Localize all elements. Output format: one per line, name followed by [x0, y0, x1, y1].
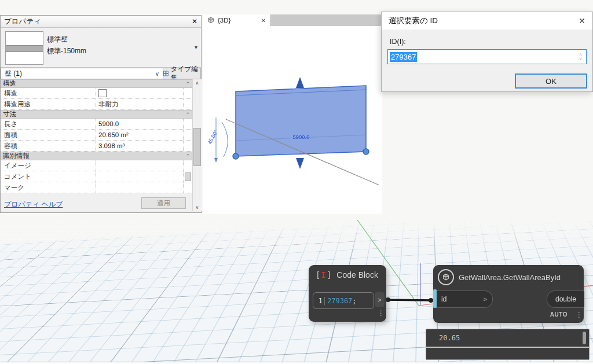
property-label: コメント — [1, 171, 96, 182]
spin-down-icon[interactable]: ˅ — [579, 57, 582, 61]
panel-scrollbar[interactable]: ∧ ∨ — [192, 79, 202, 211]
family-name: 標準壁 — [47, 34, 86, 45]
property-row: コメント — [1, 171, 192, 182]
selected-id-text: 279367 — [390, 52, 417, 62]
dialog-title-bar[interactable]: 選択要素の ID ✕ — [382, 12, 592, 30]
property-value[interactable]: 5900.0 — [96, 119, 183, 129]
associate-param-cell[interactable] — [183, 119, 192, 129]
section-title: 構造 — [3, 79, 16, 88]
view-3d-window: {3D} ✕ 5900.0 45.00° — [203, 14, 382, 214]
code-block-node[interactable]: [I] Code Block 1 279367 ; > ⋮ — [309, 265, 386, 322]
property-label: 容積 — [1, 141, 96, 151]
getwallarea-header[interactable]: GetWallArea.GetWallAreaById — [433, 265, 584, 288]
property-label: 面積 — [1, 130, 96, 140]
collapse-icon[interactable]: ⌃ — [185, 81, 190, 87]
property-value[interactable] — [96, 182, 183, 193]
scrollbar-thumb[interactable] — [193, 128, 201, 166]
code-block-header[interactable]: [I] Code Block — [309, 265, 386, 282]
section-header[interactable]: 識別情報⌃ — [1, 152, 192, 160]
flip-arrow-up[interactable] — [296, 77, 304, 88]
getwallarea-icon — [438, 269, 454, 285]
section-header[interactable]: 構造⌃ — [1, 79, 192, 88]
associate-param-button[interactable] — [185, 172, 191, 181]
associate-param-cell[interactable] — [183, 88, 192, 98]
combo-arrow-icon[interactable]: ▾ — [195, 44, 197, 50]
property-value[interactable] — [96, 171, 183, 182]
edit-type-button[interactable]: タイプ編集 — [163, 68, 201, 79]
close-icon[interactable]: ✕ — [192, 17, 197, 25]
kebab-menu-icon[interactable]: ⋮ — [378, 310, 385, 316]
property-row: マーク — [1, 182, 192, 193]
chevron-right-icon: > — [484, 296, 487, 303]
property-label: 長さ — [1, 119, 96, 129]
properties-help-link[interactable]: プロパティ ヘルプ — [4, 200, 63, 209]
kebab-menu-icon[interactable]: ⋮ — [576, 312, 583, 318]
apply-button[interactable]: 適用 — [141, 197, 186, 209]
scroll-up-icon[interactable]: ∧ — [193, 80, 202, 86]
close-icon[interactable]: ✕ — [261, 17, 266, 24]
checkbox[interactable] — [98, 89, 107, 97]
selected-wall[interactable] — [236, 86, 366, 156]
watch-scrollbar[interactable] — [583, 332, 586, 344]
property-value[interactable]: 3.098 m³ — [96, 141, 183, 151]
wall-type-thumbnail — [5, 31, 43, 65]
property-value[interactable]: 20.650 m² — [96, 130, 183, 140]
tab-label: {3D} — [218, 17, 230, 24]
chevron-right-icon: > — [378, 296, 381, 303]
dropdown-arrow-icon: ∨ — [155, 71, 159, 77]
collapse-icon[interactable]: ⌃ — [185, 112, 190, 117]
input-port-id[interactable]: id > — [433, 291, 493, 308]
collapse-icon[interactable]: ⌃ — [185, 153, 190, 159]
window-bottom-edge — [0, 362, 593, 364]
lacing-auto-label[interactable]: AUTO — [433, 311, 584, 318]
associate-param-cell[interactable] — [183, 182, 192, 193]
element-filter-dropdown[interactable]: 壁 (1) ∨ — [1, 68, 163, 79]
type-name: 標準-150mm — [47, 45, 86, 57]
property-grid: 構造⌃構造構造用途非耐力寸法⌃長さ5900.0面積20.650 m²容積3.09… — [1, 79, 192, 193]
property-label: 構造 — [1, 88, 96, 98]
id-input[interactable]: 279367 ˄ ˅ — [387, 49, 587, 64]
property-value[interactable]: 非耐力 — [96, 99, 183, 109]
ok-button[interactable]: OK — [515, 73, 587, 89]
properties-title-bar[interactable]: プロパティ ✕ — [1, 16, 201, 28]
tab-3d-view[interactable]: {3D} ✕ — [203, 14, 271, 26]
spinner-control[interactable]: ˄ ˅ — [576, 51, 585, 62]
watch-footer — [426, 348, 589, 359]
associate-param-cell[interactable] — [183, 99, 192, 109]
code-line-number: 1 — [313, 297, 325, 305]
property-row: 面積20.650 m² — [1, 130, 192, 141]
property-label: マーク — [1, 182, 96, 193]
code-input[interactable]: 1 279367 ; — [313, 292, 374, 309]
associate-param-cell[interactable] — [183, 160, 192, 171]
view-canvas[interactable]: 5900.0 45.00° — [203, 26, 382, 214]
wall-endpoint-handle[interactable] — [233, 153, 239, 159]
property-row: 長さ5900.0 — [1, 119, 192, 130]
type-selector[interactable]: 標準壁 標準-150mm ▾ — [1, 28, 201, 68]
angle-arc — [222, 122, 228, 157]
property-row: 容積3.098 m³ — [1, 141, 192, 152]
wall-endpoint-handle[interactable] — [363, 149, 369, 155]
section-header[interactable]: 寸法⌃ — [1, 110, 192, 119]
property-row: 構造用途非耐力 — [1, 99, 192, 110]
watch-value-row: 20.65 — [426, 329, 589, 348]
dialog-title: 選択要素の ID — [389, 16, 438, 26]
element-id-dialog: 選択要素の ID ✕ ID(I): 279367 ˄ ˅ OK — [381, 12, 593, 92]
code-block-output-port[interactable]: > — [375, 292, 385, 307]
getwallarea-title: GetWallArea.GetWallAreaById — [459, 273, 561, 282]
flip-arrow-down[interactable] — [296, 158, 304, 169]
close-icon[interactable]: ✕ — [579, 16, 585, 25]
getwallarea-node[interactable]: GetWallArea.GetWallAreaById id > double … — [433, 265, 584, 323]
angle-label[interactable]: 45.00° — [207, 129, 219, 145]
panel-title: プロパティ — [4, 17, 41, 27]
associate-param-cell[interactable] — [183, 130, 192, 140]
property-value[interactable] — [96, 160, 183, 171]
code-block-icon: [I] — [316, 270, 332, 280]
associate-param-cell[interactable] — [183, 171, 192, 182]
output-port-double[interactable]: double — [547, 291, 584, 308]
angle-arrow — [214, 158, 218, 163]
watch-preview[interactable]: 20.65 — [426, 329, 590, 360]
property-value[interactable] — [96, 88, 183, 98]
dimension-label[interactable]: 5900.0 — [292, 134, 309, 140]
property-row: 構造 — [1, 88, 192, 99]
associate-param-cell[interactable] — [183, 141, 192, 151]
